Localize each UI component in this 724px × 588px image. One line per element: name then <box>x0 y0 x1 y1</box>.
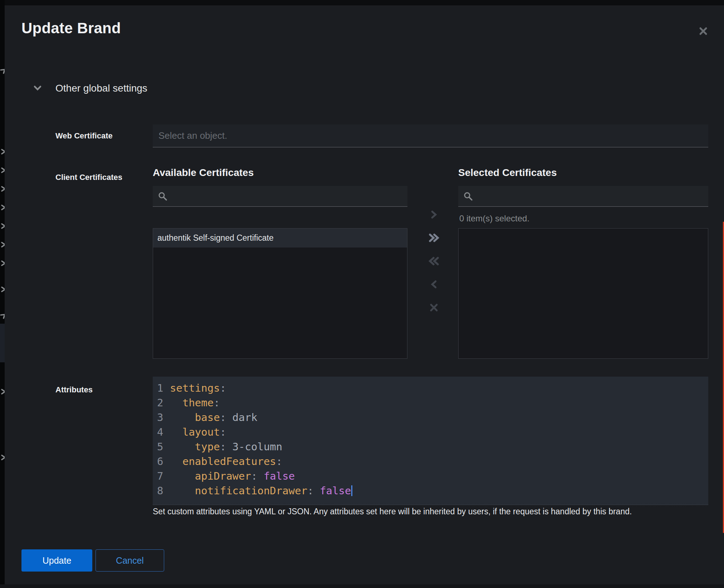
attributes-help-text: Set custom attributes using YAML or JSON… <box>153 507 711 516</box>
angle-double-right-icon <box>428 232 440 243</box>
cancel-button[interactable]: Cancel <box>96 549 164 572</box>
editor-line: 8 notificationDrawer: false <box>153 484 708 498</box>
editor-line: 5 type: 3-column <box>153 440 708 454</box>
list-item[interactable]: authentik Self-signed Certificate <box>153 229 407 248</box>
editor-line: 6 enabledFeatures: <box>153 454 708 469</box>
sidebar-check-icon <box>0 66 5 75</box>
sidebar-chevron-icon <box>0 223 5 229</box>
sidebar-chevron-icon <box>0 204 5 211</box>
section-label: Other global settings <box>55 83 147 94</box>
angle-double-left-icon <box>428 256 440 266</box>
times-icon <box>429 303 439 313</box>
section-expander[interactable]: Other global settings <box>33 83 147 94</box>
sidebar-chevron-icon <box>0 167 5 173</box>
editor-line: 3 base: dark <box>153 410 708 425</box>
sidebar-active-item <box>0 324 5 362</box>
line-number: 7 <box>153 469 170 484</box>
remove-all-button[interactable] <box>419 249 449 273</box>
angle-left-icon <box>429 279 439 290</box>
line-number: 6 <box>153 454 170 469</box>
line-number: 4 <box>153 425 170 440</box>
selected-search <box>458 186 708 207</box>
sidebar-check-icon <box>0 311 5 320</box>
editor-line: 7 apiDrawer: false <box>153 469 708 484</box>
chevron-down-icon <box>33 85 42 92</box>
screen: Update Brand Other global settings Web C… <box>0 0 724 588</box>
editor-line: 4 layout: <box>153 425 708 440</box>
sidebar-chevron-icon <box>0 286 5 293</box>
line-number: 8 <box>153 484 170 498</box>
close-button[interactable] <box>696 24 710 38</box>
available-search <box>153 186 407 207</box>
line-number: 2 <box>153 396 170 410</box>
sidebar-chevron-icon <box>0 186 5 192</box>
clear-selection-button[interactable] <box>419 296 449 319</box>
line-number: 5 <box>153 440 170 454</box>
sidebar-chevron-icon <box>0 260 5 266</box>
sidebar-chevron-icon <box>0 454 5 461</box>
add-selected-button[interactable] <box>419 203 449 226</box>
attributes-label: Attributes <box>55 385 93 395</box>
selected-status: 0 item(s) selected. <box>459 214 529 224</box>
available-certificates-heading: Available Certificates <box>153 167 254 178</box>
angle-right-icon <box>429 209 439 220</box>
line-number: 1 <box>153 381 170 396</box>
remove-selected-button[interactable] <box>419 273 449 296</box>
attributes-editor[interactable]: 1settings:2 theme:3 base: dark4 layout:5… <box>153 377 708 505</box>
text-cursor <box>351 485 352 496</box>
available-certificates-list[interactable]: authentik Self-signed Certificate <box>153 228 407 359</box>
close-icon <box>696 26 710 36</box>
transfer-controls <box>419 203 449 319</box>
selected-certificates-heading: Selected Certificates <box>458 167 557 178</box>
search-icon <box>158 191 167 201</box>
update-brand-modal: Update Brand Other global settings Web C… <box>5 5 724 584</box>
update-button[interactable]: Update <box>21 549 92 572</box>
selected-search-input[interactable] <box>477 191 703 201</box>
search-icon <box>463 191 473 201</box>
sidebar-chevron-icon <box>0 388 5 395</box>
selected-certificates-list[interactable] <box>458 228 708 359</box>
sidebar-chevron-icon <box>0 148 5 155</box>
editor-line: 1settings: <box>153 381 708 396</box>
background-sidebar-rail <box>0 0 5 588</box>
client-certificates-label: Client Certificates <box>55 173 122 182</box>
line-number: 3 <box>153 410 170 425</box>
modal-title: Update Brand <box>21 20 121 37</box>
editor-line: 2 theme: <box>153 396 708 410</box>
web-certificate-select[interactable] <box>153 124 708 147</box>
bottom-strip <box>0 584 724 588</box>
sidebar-chevron-icon <box>0 241 5 248</box>
web-certificate-label: Web Certificate <box>55 131 113 141</box>
add-all-button[interactable] <box>419 226 449 249</box>
available-search-input[interactable] <box>172 191 402 201</box>
